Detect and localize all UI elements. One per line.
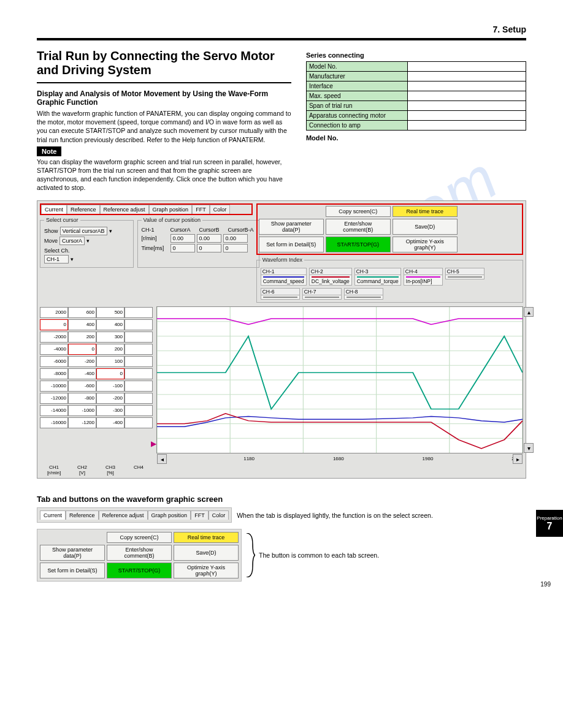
tab-current[interactable]: Current	[40, 510, 66, 520]
intro-text: With the waveform graphic function of PA…	[37, 109, 291, 144]
y-tick: 600	[68, 307, 96, 318]
waveform-index-legend: Waveform Index	[261, 257, 304, 263]
y-tick	[124, 417, 153, 428]
y-tick: -1000	[68, 405, 96, 416]
tab-graph-position[interactable]: Graph position	[148, 510, 191, 520]
lower-heading: Tab and buttons on the waveform graphic …	[37, 495, 526, 504]
axis-name: CH4	[124, 464, 153, 470]
enter-comment-button[interactable]: Enter/show comment(B)	[326, 219, 391, 235]
chevron-down-icon[interactable]: ▾	[71, 256, 74, 262]
y-tick: -400	[96, 417, 124, 428]
channel-header: CH-6	[261, 288, 300, 295]
y-tick	[124, 332, 153, 343]
screenshot-panel: CurrentReferenceReference adjustGraph po…	[37, 200, 526, 479]
scroll-down-icon[interactable]: ▾	[524, 443, 534, 453]
cursor-col-header: CH-1	[142, 227, 169, 233]
set-form-button-2[interactable]: Set form in Detail(S)	[40, 563, 105, 578]
tab-current[interactable]: Current	[41, 205, 67, 214]
show-parameter-button-2[interactable]: Show parameter data(P)	[40, 545, 105, 561]
button-grid: Copy screen(C) Real time trace Show para…	[259, 206, 521, 252]
y-tick: -12000	[40, 393, 68, 404]
y-tick	[124, 307, 153, 318]
copy-screen-button-2[interactable]: Copy screen(C)	[107, 532, 172, 543]
tab-color[interactable]: Color	[210, 205, 231, 214]
chevron-down-icon[interactable]: ▾	[109, 228, 112, 234]
select-ch-dropdown[interactable]: CH-1	[44, 255, 69, 264]
y-tick: 500	[96, 307, 124, 318]
axis-unit: [V]	[68, 470, 96, 476]
table-row-value	[407, 121, 526, 131]
realtime-trace-button[interactable]: Real time trace	[393, 206, 458, 217]
cursor-col-header: CursorB-A	[228, 227, 255, 233]
tab-color[interactable]: Color	[209, 510, 229, 520]
channel-label: DC_link_voltage	[309, 275, 352, 286]
plot[interactable]: 7801180168019802380 ▴ ▾ ◂ ▸ ▶	[156, 306, 523, 453]
tab-reference-adjust[interactable]: Reference adjust	[99, 510, 148, 520]
tab-graph-position[interactable]: Graph position	[149, 205, 193, 214]
start-stop-button[interactable]: START/STOP(G)	[326, 237, 391, 252]
y-tick: -2000	[40, 332, 68, 343]
tab-light-text: When the tab is displayed lightly, the f…	[237, 512, 433, 519]
graph-area: 20000-2000-4000-6000-8000-10000-12000-14…	[40, 306, 523, 453]
channel-label: In-pos[INP]	[404, 275, 443, 286]
chevron-down-icon[interactable]: ▾	[86, 238, 90, 244]
channel-label	[261, 295, 300, 300]
axis-unit: [%]	[96, 470, 124, 476]
scroll-right-icon[interactable]: ▸	[513, 454, 523, 464]
tab-reference[interactable]: Reference	[67, 205, 100, 214]
y-tick: 100	[96, 356, 124, 367]
show-dropdown[interactable]: Vertical cursorAB	[60, 227, 107, 235]
intro-heading: Display and Analysis of Motor Movement b…	[37, 89, 291, 107]
enter-comment-button-2[interactable]: Enter/show comment(B)	[107, 545, 172, 561]
side-box-label: Preparation	[537, 515, 562, 521]
channel-header: CH-2	[309, 268, 352, 275]
y-tick: -16000	[40, 417, 68, 428]
x-tick: 1980	[423, 456, 434, 461]
tab-fft[interactable]: FFT	[192, 205, 210, 214]
copy-screen-button[interactable]: Copy screen(C)	[326, 206, 391, 217]
tab-bar: CurrentReferenceReference adjustGraph po…	[41, 205, 251, 214]
cursor-value: 0.00	[223, 234, 248, 243]
optimize-button-2[interactable]: Optimize Y-axis graph(Y)	[174, 563, 239, 578]
y-tick: 0	[40, 319, 68, 330]
triangle-marker-icon: ▶	[151, 439, 156, 448]
optimize-button[interactable]: Optimize Y-axis graph(Y)	[393, 237, 458, 252]
side-chapter-box: Preparation 7	[536, 510, 563, 537]
value-cursor-legend: Value of cursor position	[142, 217, 202, 223]
series-table: Model No.ManufacturerInterfaceMax. speed…	[306, 61, 526, 131]
y-tick: -800	[68, 393, 96, 404]
start-stop-button-2[interactable]: START/STOP(G)	[107, 563, 172, 578]
side-box-number: 7	[547, 521, 553, 532]
table-row-label: Interface	[306, 82, 407, 91]
save-button-2[interactable]: Save(D)	[174, 545, 239, 561]
realtime-trace-button-2[interactable]: Real time trace	[174, 532, 239, 543]
y-tick	[124, 319, 153, 330]
brace-text: The button is common to each tab screen.	[259, 552, 379, 559]
table-row-label: Model No.	[306, 62, 407, 72]
y-tick: -300	[96, 405, 124, 416]
save-button[interactable]: Save(D)	[393, 219, 458, 235]
section-label: 7. Setup	[37, 25, 526, 34]
tab-reference[interactable]: Reference	[66, 510, 99, 520]
y-tick: -14000	[40, 405, 68, 416]
plot-series	[157, 336, 523, 409]
channel-header: CH-5	[445, 268, 484, 275]
channel-label: Command_speed	[261, 275, 307, 286]
scroll-up-icon[interactable]: ▴	[524, 307, 534, 317]
tab-fft[interactable]: FFT	[191, 510, 209, 520]
channel-label	[344, 295, 383, 300]
cursor-value: 0	[197, 244, 221, 252]
y-tick: -400	[68, 368, 96, 379]
y-tick	[124, 368, 153, 379]
move-dropdown[interactable]: CursorA	[59, 237, 85, 245]
table-row-label: Span of trial run	[306, 101, 407, 111]
y-tick: -1200	[68, 417, 96, 428]
scroll-left-icon[interactable]: ◂	[157, 454, 167, 464]
tab-reference-adjust[interactable]: Reference adjust	[100, 205, 149, 214]
channel-header: CH-3	[354, 268, 401, 275]
y-tick	[124, 381, 153, 392]
set-form-button[interactable]: Set form in Detail(S)	[259, 237, 324, 252]
x-tick: 1680	[333, 456, 344, 461]
show-parameter-button[interactable]: Show parameter data(P)	[259, 219, 324, 235]
axis-unit: [r/min]	[40, 470, 68, 476]
